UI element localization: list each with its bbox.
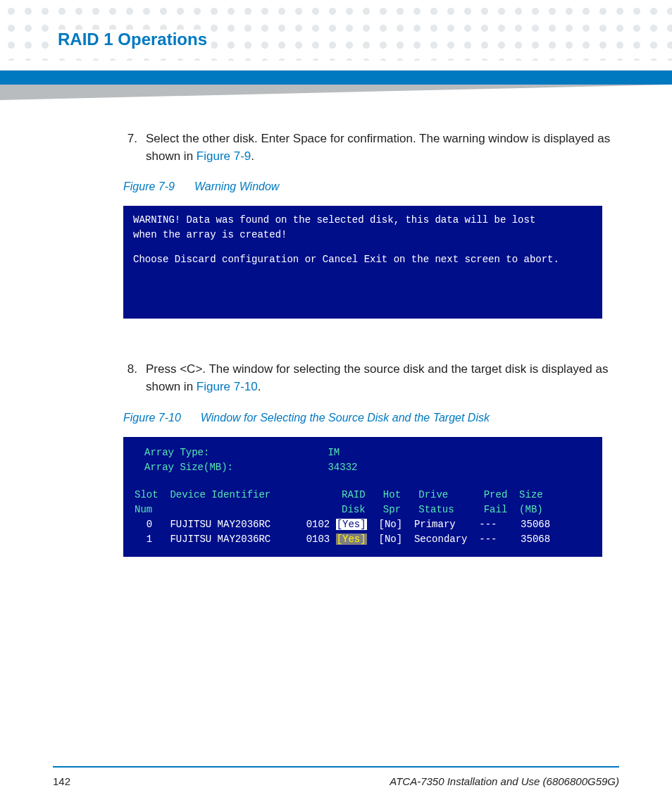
row-cell: [No] Secondary --- 35068 <box>367 534 550 545</box>
table-row: 1 FUJITSU MAY2036RC 0103 [Yes] [No] Seco… <box>135 532 591 547</box>
header-gray-wedge <box>0 85 672 100</box>
raid-disk-highlight[interactable]: [Yes] <box>336 534 367 545</box>
terminal-line: WARNING! Data was found on the selected … <box>133 213 592 228</box>
text: . <box>251 149 254 163</box>
figure-7-10-caption: Figure 7-10 Window for Selecting the Sou… <box>123 412 619 424</box>
figure-label: Figure 7-10 <box>123 412 181 424</box>
figure-label: Figure 7-9 <box>123 180 175 193</box>
raid-disk-selected[interactable]: [Yes] <box>336 519 367 530</box>
text: . <box>258 380 261 393</box>
spacer <box>133 242 592 252</box>
array-type-line: Array Type: IM <box>144 445 591 460</box>
array-info: Array Type: IM Array Size(MB): 34332 <box>144 445 591 475</box>
terminal-warning-window: WARNING! Data was found on the selected … <box>123 206 602 319</box>
header-blue-bar <box>0 70 672 85</box>
step-number: 7. <box>123 130 137 165</box>
step-number: 8. <box>123 361 137 395</box>
step-text: Press <C>. The window for selecting the … <box>146 361 619 395</box>
step-7: 7. Select the other disk. Enter Space fo… <box>123 130 619 165</box>
figure-7-9-caption: Figure 7-9 Warning Window <box>123 180 619 193</box>
footer-rule <box>53 766 619 768</box>
main-content: 7. Select the other disk. Enter Space fo… <box>123 130 619 599</box>
table-row: 0 FUJITSU MAY2036RC 0102 [Yes] [No] Prim… <box>135 517 591 532</box>
row-cell: [No] Primary --- 35068 <box>367 519 550 530</box>
figure-link-7-9[interactable]: Figure 7-9 <box>197 149 251 163</box>
figure-link-7-10[interactable]: Figure 7-10 <box>197 380 258 393</box>
table-header-row-1: Slot Device Identifier RAID Hot Drive Pr… <box>135 488 591 503</box>
terminal-disk-selection: Array Type: IM Array Size(MB): 34332 Slo… <box>123 437 602 557</box>
step-8: 8. Press <C>. The window for selecting t… <box>123 361 619 395</box>
page-number: 142 <box>53 775 70 787</box>
footer: 142 ATCA-7350 Installation and Use (6806… <box>53 775 619 787</box>
terminal-line: Choose Discard configuration or Cancel E… <box>133 252 592 267</box>
document-id: ATCA-7350 Installation and Use (6806800G… <box>390 775 619 787</box>
page-title: RAID 1 Operations <box>54 30 211 49</box>
table-header-row-2: Num Disk Spr Status Fail (MB) <box>135 503 591 517</box>
array-size-line: Array Size(MB): 34332 <box>144 460 591 475</box>
row-cell: 0 FUJITSU MAY2036RC 0102 <box>135 519 336 530</box>
terminal-line: when the array is created! <box>133 228 592 242</box>
figure-title: Warning Window <box>194 180 280 193</box>
row-cell: 1 FUJITSU MAY2036RC 0103 <box>135 534 336 545</box>
step-text: Select the other disk. Enter Space for c… <box>146 130 619 165</box>
figure-title: Window for Selecting the Source Disk and… <box>201 412 490 424</box>
